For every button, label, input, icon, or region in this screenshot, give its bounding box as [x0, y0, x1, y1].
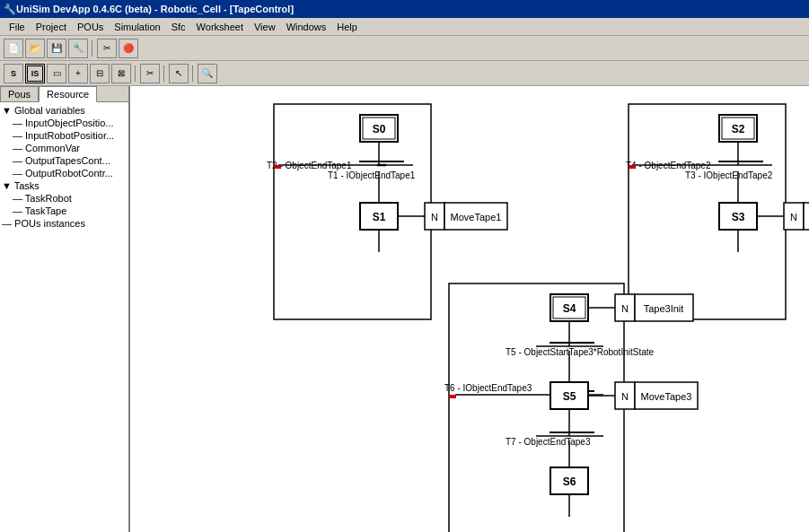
svg-rect-17: [444, 203, 507, 230]
expand-global[interactable]: ▼: [2, 105, 14, 116]
svg-rect-12: [360, 203, 398, 230]
sfc-step-btn[interactable]: S: [4, 64, 23, 83]
main-area: Pous Resource ▼ Global variables — Input…: [0, 86, 809, 532]
svg-text:S3: S3: [732, 211, 745, 223]
svg-text:Tape3Init: Tape3Init: [644, 303, 684, 314]
tree-output-robot[interactable]: — OutputRobotContr...: [13, 167, 127, 179]
tree-tasks[interactable]: ▼ Tasks: [2, 179, 127, 192]
tree-global-children: — InputObjectPositio... — InputRobotPosi…: [2, 117, 127, 179]
svg-rect-34: [784, 203, 804, 230]
svg-text:S0: S0: [373, 123, 386, 135]
svg-rect-36: [804, 203, 809, 230]
title-bar-icon: 🔧: [4, 4, 16, 15]
tree-input-robot[interactable]: — InputRobotPositior...: [13, 129, 127, 142]
sfc-cut-btn[interactable]: ✂: [140, 64, 160, 83]
svg-rect-15: [425, 203, 444, 230]
svg-rect-40: [550, 294, 588, 321]
sfc-zoom-btn[interactable]: 🔍: [198, 64, 217, 83]
svg-rect-69: [550, 467, 588, 494]
toolbar-sep1: [92, 40, 93, 57]
menu-view[interactable]: View: [249, 18, 281, 35]
menu-file[interactable]: File: [4, 18, 31, 35]
tree-input-object[interactable]: — InputObjectPositio...: [13, 117, 127, 129]
toolbar-new-btn[interactable]: 📄: [4, 39, 23, 58]
toolbar-save-btn[interactable]: 💾: [47, 39, 66, 58]
svg-text:T5 - ObjectStartTape3*RobotIni: T5 - ObjectStartTape3*RobotInitState: [506, 347, 655, 357]
svg-rect-1: [360, 115, 398, 142]
svg-text:N: N: [431, 212, 438, 222]
diagram-area[interactable]: S0 T2 - ObjectEndTape1 T1 - IObjectEndTa…: [130, 86, 809, 532]
sfc-trans-btn[interactable]: ▭: [47, 64, 66, 83]
sfc-initstep-btn[interactable]: IS: [25, 64, 45, 83]
tree-output-tapes[interactable]: — OutputTapesCont...: [13, 154, 127, 167]
toolbar-sfc: S IS ▭ + ⊟ ⊠ ✂ ↖ 🔍: [0, 61, 809, 86]
svg-rect-31: [719, 203, 757, 230]
svg-rect-21: [719, 115, 757, 142]
menu-bar: File Project POUs Simulation Sfc Workshe…: [0, 18, 809, 36]
svg-text:T4 - ObjectEndTape2: T4 - ObjectEndTape2: [626, 161, 711, 170]
svg-rect-62: [635, 382, 698, 409]
svg-text:S5: S5: [563, 390, 576, 403]
sfc-diverge-btn[interactable]: ⊠: [111, 64, 131, 83]
svg-text:N: N: [621, 303, 629, 314]
svg-rect-0: [274, 104, 431, 319]
menu-pous[interactable]: POUs: [72, 18, 109, 35]
tab-pous[interactable]: Pous: [0, 86, 39, 101]
diagram-canvas: S0 T2 - ObjectEndTape1 T1 - IObjectEndTa…: [130, 86, 809, 532]
toolbar-main: 📄 📂 💾 🔧 ✂ 🔴: [0, 36, 809, 61]
svg-rect-46: [635, 294, 693, 321]
menu-help[interactable]: Help: [331, 18, 363, 35]
sfc-connect-btn[interactable]: +: [68, 64, 88, 83]
svg-text:S1: S1: [373, 211, 386, 223]
svg-rect-2: [363, 118, 395, 139]
svg-rect-22: [722, 118, 754, 139]
svg-text:T2 - ObjectEndTape1: T2 - ObjectEndTape1: [267, 161, 352, 170]
diagram-svg: S0 T2 - ObjectEndTape1 T1 - IObjectEndTa…: [130, 86, 809, 532]
svg-rect-44: [615, 294, 635, 321]
sfc-parallel-btn[interactable]: ⊟: [90, 64, 110, 83]
sfc-sep3: [192, 65, 194, 82]
tree-global-vars[interactable]: ▼ Global variables: [2, 104, 127, 117]
menu-windows[interactable]: Windows: [281, 18, 332, 35]
svg-text:N: N: [621, 391, 629, 402]
svg-text:T7 - ObjectEndTape3: T7 - ObjectEndTape3: [506, 437, 591, 447]
menu-simulation[interactable]: Simulation: [109, 18, 165, 35]
tab-resource[interactable]: Resource: [39, 86, 97, 102]
menu-sfc[interactable]: Sfc: [166, 18, 191, 35]
svg-text:MoveTape3: MoveTape3: [641, 391, 692, 402]
title-bar: 🔧 UniSim DevApp 0.4.6C (beta) - Robotic_…: [0, 0, 809, 18]
toolbar-btn5[interactable]: ✂: [97, 39, 117, 58]
svg-rect-39: [449, 283, 624, 532]
svg-text:S6: S6: [563, 475, 576, 488]
sfc-sep1: [135, 65, 136, 82]
svg-text:T1 - IObjectEndTape1: T1 - IObjectEndTape1: [328, 170, 416, 180]
tree-task-robot[interactable]: — TaskRobot: [13, 192, 127, 205]
expand-tasks[interactable]: ▼: [2, 180, 14, 191]
sfc-cursor-btn[interactable]: ↖: [169, 64, 189, 83]
tree-pou-instances[interactable]: — POUs instances: [2, 217, 127, 230]
svg-text:T3 - IObjectEndTape2: T3 - IObjectEndTape2: [685, 170, 773, 180]
menu-project[interactable]: Project: [31, 18, 72, 35]
panel-tabs: Pous Resource: [0, 86, 128, 102]
left-panel: Pous Resource ▼ Global variables — Input…: [0, 86, 130, 532]
tree-task-tape[interactable]: — TaskTape: [13, 205, 127, 217]
sfc-sep2: [163, 65, 165, 82]
tree-common-var[interactable]: — CommonVar: [13, 142, 127, 154]
svg-rect-20: [629, 104, 786, 319]
svg-text:S4: S4: [563, 302, 576, 315]
svg-text:S2: S2: [732, 123, 745, 135]
toolbar-btn4[interactable]: 🔧: [68, 39, 88, 58]
svg-text:T6 - IObjectEndTape3: T6 - IObjectEndTape3: [444, 383, 532, 393]
svg-text:N: N: [790, 212, 797, 222]
menu-worksheet[interactable]: Worksheet: [191, 18, 249, 35]
toolbar-open-btn[interactable]: 📂: [25, 39, 45, 58]
tree-tasks-children: — TaskRobot — TaskTape: [2, 192, 127, 217]
title-bar-text: UniSim DevApp 0.4.6C (beta) - Robotic_Ce…: [16, 4, 294, 14]
tree-content: ▼ Global variables — InputObjectPositio.…: [0, 102, 128, 231]
svg-rect-41: [553, 297, 585, 318]
svg-rect-60: [615, 382, 635, 409]
svg-rect-57: [550, 382, 588, 409]
svg-text:MoveTape1: MoveTape1: [451, 212, 502, 222]
toolbar-btn6[interactable]: 🔴: [119, 39, 138, 58]
